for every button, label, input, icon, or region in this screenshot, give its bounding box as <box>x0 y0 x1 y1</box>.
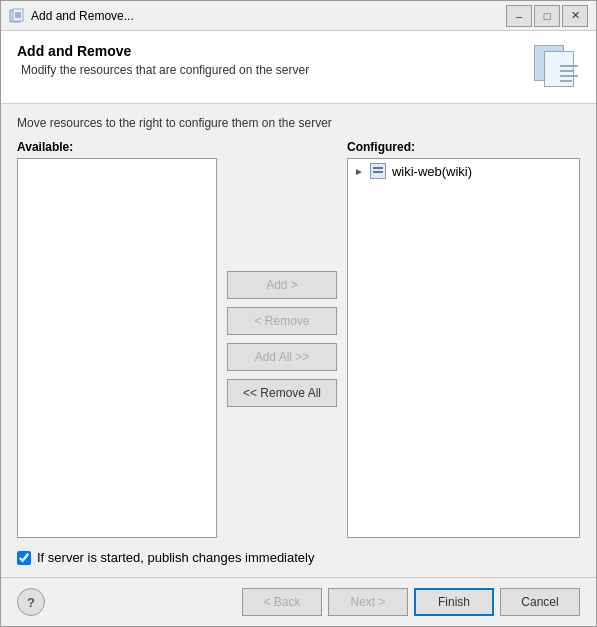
publish-label[interactable]: If server is started, publish changes im… <box>37 550 314 565</box>
footer-left: ? <box>17 588 45 616</box>
remove-all-button[interactable]: << Remove All <box>227 379 337 407</box>
add-button[interactable]: Add > <box>227 271 337 299</box>
item-label: wiki-web(wiki) <box>392 164 472 179</box>
header-text: Add and Remove Modify the resources that… <box>17 43 309 77</box>
help-button[interactable]: ? <box>17 588 45 616</box>
header-title: Add and Remove <box>17 43 309 59</box>
back-button[interactable]: < Back <box>242 588 322 616</box>
cancel-button[interactable]: Cancel <box>500 588 580 616</box>
resource-panels: Available: Add > < Remove Add All >> << … <box>17 140 580 538</box>
doc-lines <box>560 65 578 82</box>
expand-arrow-icon: ► <box>354 166 364 177</box>
doc-line-2 <box>560 70 574 72</box>
header-section: Add and Remove Modify the resources that… <box>1 31 596 104</box>
configured-list[interactable]: ► wiki-web(wiki) <box>347 158 580 538</box>
footer: ? < Back Next > Finish Cancel <box>1 577 596 626</box>
publish-checkbox[interactable] <box>17 551 31 565</box>
header-subtitle: Modify the resources that are configured… <box>21 63 309 77</box>
footer-right: < Back Next > Finish Cancel <box>242 588 580 616</box>
configured-label: Configured: <box>347 140 580 154</box>
window-title: Add and Remove... <box>31 9 506 23</box>
resource-icon <box>370 163 386 179</box>
action-buttons: Add > < Remove Add All >> << Remove All <box>217 140 347 538</box>
header-icon <box>532 43 580 91</box>
available-panel: Available: <box>17 140 217 538</box>
doc-line-1 <box>560 65 578 67</box>
content-area: Move resources to the right to configure… <box>1 104 596 577</box>
close-button[interactable]: ✕ <box>562 5 588 27</box>
available-list[interactable] <box>17 158 217 538</box>
minimize-button[interactable]: – <box>506 5 532 27</box>
next-button[interactable]: Next > <box>328 588 408 616</box>
list-item[interactable]: ► wiki-web(wiki) <box>348 159 579 183</box>
window-icon <box>9 8 25 24</box>
add-all-button[interactable]: Add All >> <box>227 343 337 371</box>
available-label: Available: <box>17 140 217 154</box>
instructions-text: Move resources to the right to configure… <box>17 116 580 130</box>
doc-line-4 <box>560 80 572 82</box>
title-bar-controls: – □ ✕ <box>506 5 588 27</box>
title-bar: Add and Remove... – □ ✕ <box>1 1 596 31</box>
checkbox-row: If server is started, publish changes im… <box>17 550 580 565</box>
configured-panel: Configured: ► wiki-web(wiki) <box>347 140 580 538</box>
finish-button[interactable]: Finish <box>414 588 494 616</box>
maximize-button[interactable]: □ <box>534 5 560 27</box>
main-window: Add and Remove... – □ ✕ Add and Remove M… <box>0 0 597 627</box>
doc-line-3 <box>560 75 578 77</box>
doc-front <box>544 51 574 87</box>
remove-button[interactable]: < Remove <box>227 307 337 335</box>
